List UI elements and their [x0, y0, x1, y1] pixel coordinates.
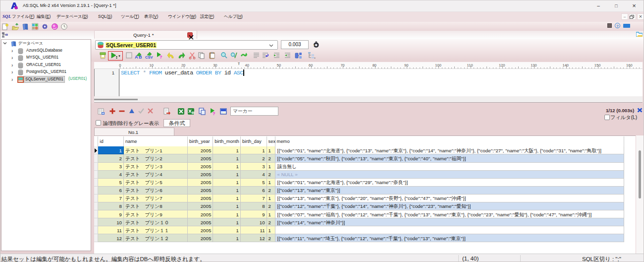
svg-text:CSV: CSV: [145, 55, 153, 60]
svg-text:?: ?: [160, 55, 162, 60]
svg-text:?: ?: [213, 111, 215, 116]
svg-text:R: R: [192, 111, 195, 115]
